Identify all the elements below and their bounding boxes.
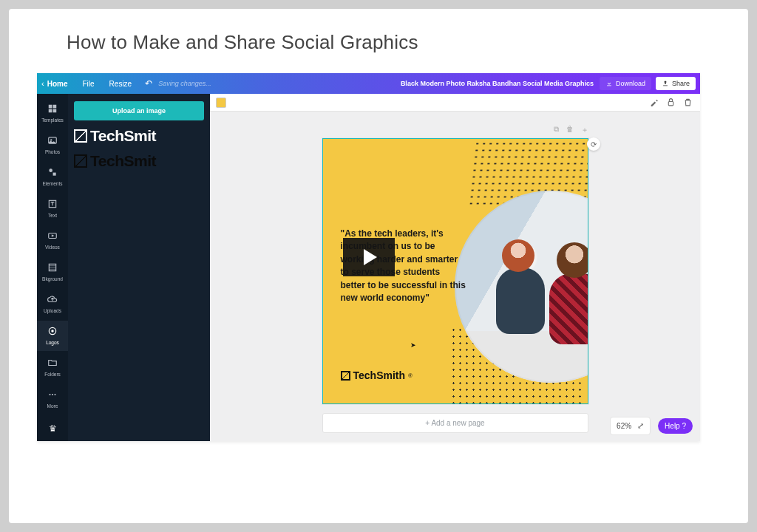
logo-asset-label: TechSmit	[90, 127, 156, 145]
status-bar: 62% ⤢ Help ?	[610, 417, 693, 435]
rail-uploads[interactable]: Uploads	[37, 289, 68, 319]
rail-label: Elements	[42, 181, 62, 186]
add-new-page-button[interactable]: + Add a new page	[322, 413, 588, 433]
rail-label: Logos	[46, 340, 59, 345]
context-toolbar	[210, 94, 700, 112]
undo-icon[interactable]: ↶	[145, 78, 152, 89]
download-icon	[605, 80, 613, 87]
rail-folders[interactable]: Folders	[37, 352, 68, 383]
fullscreen-icon[interactable]: ⤢	[637, 421, 644, 431]
stage: ⧉ 🗑 ＋ "As the tech leaders,	[210, 112, 700, 441]
share-icon	[662, 80, 669, 87]
magic-icon[interactable]	[649, 98, 659, 107]
resize-menu[interactable]: Resize	[102, 80, 140, 88]
folders-icon	[47, 357, 58, 369]
svg-rect-3	[53, 109, 57, 113]
share-button[interactable]: Share	[656, 77, 696, 90]
upload-image-button[interactable]: Upload an image	[74, 101, 204, 120]
video-play-button[interactable]	[343, 238, 395, 276]
rail-more[interactable]: More	[37, 384, 68, 415]
share-label: Share	[672, 80, 690, 87]
upgrade-crown-icon[interactable]: ♛	[49, 423, 57, 434]
rail-logos[interactable]: Logos	[37, 321, 68, 351]
rail-text[interactable]: Text	[37, 194, 68, 224]
rail-photos[interactable]: Photos	[37, 130, 68, 160]
trash-icon[interactable]	[683, 98, 693, 107]
templates-icon	[47, 103, 58, 115]
techsmith-mark-icon	[74, 154, 87, 168]
svg-point-12	[51, 330, 54, 332]
download-button[interactable]: Download	[600, 77, 651, 90]
more-icon	[47, 389, 58, 400]
brand-label: TechSmith	[353, 369, 406, 381]
back-chevron-icon[interactable]: ‹	[41, 79, 44, 88]
editor-app: ‹ Home File Resize ↶ Saving changes... B…	[37, 73, 700, 441]
svg-rect-7	[53, 173, 56, 176]
logos-icon	[47, 325, 58, 337]
techsmith-mark-icon	[341, 371, 350, 381]
rail-elements[interactable]: Elements	[37, 162, 68, 192]
file-menu[interactable]: File	[75, 80, 101, 88]
duplicate-page-icon[interactable]: ⧉	[554, 125, 559, 135]
zoom-value: 62%	[617, 422, 631, 430]
lock-icon[interactable]	[666, 98, 676, 107]
photos-icon	[47, 134, 58, 146]
rail-label: Uploads	[44, 308, 61, 313]
rail-label: Templates	[41, 117, 64, 123]
fill-color-swatch[interactable]	[216, 98, 226, 108]
rail-label: Text	[48, 213, 57, 218]
uploads-icon	[47, 293, 58, 305]
rail-label: More	[47, 403, 58, 409]
zoom-control[interactable]: 62% ⤢	[610, 417, 651, 435]
techsmith-mark-icon	[74, 129, 87, 143]
rail-videos[interactable]: Videos	[37, 225, 68, 256]
rail-templates[interactable]: Templates	[37, 98, 68, 129]
top-menu-bar: ‹ Home File Resize ↶ Saving changes... B…	[37, 73, 700, 94]
page-mini-toolbar: ⧉ 🗑 ＋	[322, 125, 588, 135]
page-title: How to Make and Share Social Graphics	[67, 31, 748, 54]
left-tool-rail: Templates Photos Elements Text	[37, 94, 68, 441]
help-button[interactable]: Help ?	[658, 418, 693, 434]
logo-asset-white[interactable]: TechSmit	[74, 126, 204, 146]
save-status: Saving changes...	[158, 80, 211, 87]
add-page-icon[interactable]: ＋	[581, 125, 588, 135]
logos-panel: Upload an image TechSmit TechSmit ◂	[68, 94, 210, 441]
rotate-handle[interactable]: ⟳	[587, 137, 600, 151]
rail-label: Folders	[44, 372, 61, 377]
rail-label: Bkground	[42, 276, 63, 282]
svg-point-15	[54, 394, 55, 395]
svg-point-14	[52, 394, 53, 395]
videos-icon	[47, 230, 58, 242]
svg-rect-2	[49, 109, 52, 113]
elements-icon	[47, 166, 58, 178]
rail-bkground[interactable]: Bkground	[37, 257, 68, 287]
rail-label: Photos	[45, 149, 60, 154]
download-label: Download	[616, 80, 645, 87]
background-icon	[47, 262, 58, 273]
svg-point-6	[49, 168, 52, 172]
svg-rect-16	[668, 101, 673, 105]
svg-point-5	[50, 139, 52, 140]
svg-rect-0	[49, 105, 52, 109]
logo-asset-dark[interactable]: TechSmit	[74, 151, 204, 171]
document-title[interactable]: Black Modern Photo Raksha Bandhan Social…	[401, 80, 600, 87]
svg-rect-1	[53, 105, 57, 109]
home-button[interactable]: Home	[46, 80, 75, 88]
logo-asset-label: TechSmit	[90, 152, 156, 170]
techsmith-logo: TechSmith®	[341, 369, 413, 381]
text-icon	[47, 198, 58, 210]
cursor-icon: ➤	[410, 341, 416, 349]
canvas-area: ⧉ 🗑 ＋ "As the tech leaders,	[210, 94, 700, 441]
rail-label: Videos	[45, 245, 60, 250]
svg-point-13	[49, 394, 50, 395]
delete-page-icon[interactable]: 🗑	[566, 125, 574, 135]
